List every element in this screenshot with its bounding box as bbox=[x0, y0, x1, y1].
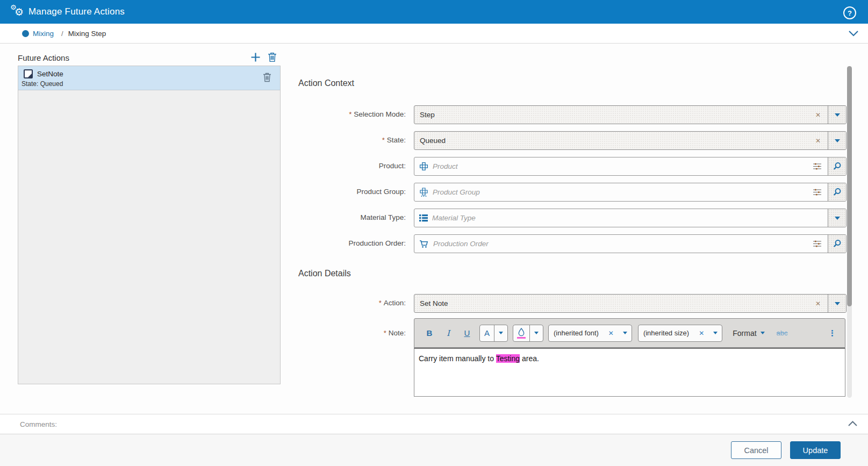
breadcrumb-current: Mixing Step bbox=[68, 30, 106, 38]
font-size-dropdown[interactable] bbox=[709, 325, 722, 341]
note-row: *Note: B I U A (inherited font) ✕ (inher… bbox=[298, 318, 845, 397]
selection-mode-value: Step bbox=[414, 111, 808, 119]
clear-icon[interactable]: ✕ bbox=[694, 325, 709, 341]
delete-actions-icon[interactable] bbox=[268, 52, 277, 62]
product-row: Product: Product bbox=[298, 157, 845, 175]
action-label: *Action: bbox=[298, 294, 406, 312]
bold-button[interactable]: B bbox=[423, 328, 436, 338]
label-text: Material Type: bbox=[360, 213, 406, 221]
highlight-color-swatch bbox=[517, 337, 526, 339]
material-type-dropdown-button[interactable] bbox=[828, 209, 846, 227]
italic-button[interactable]: I bbox=[442, 328, 455, 338]
list-item-name: SetNote bbox=[37, 70, 63, 78]
label-text: Production Order: bbox=[348, 239, 406, 247]
strikethrough-button[interactable]: abc bbox=[777, 329, 788, 337]
footer: Cancel Update bbox=[0, 434, 868, 466]
production-order-cart-icon bbox=[419, 240, 429, 248]
delete-item-icon[interactable] bbox=[263, 73, 271, 82]
clear-icon[interactable]: ✕ bbox=[808, 137, 828, 145]
production-order-row: Production Order: Production Order bbox=[298, 234, 845, 252]
product-group-label: Product Group: bbox=[298, 183, 406, 200]
label-text: Product: bbox=[379, 162, 406, 170]
material-type-field[interactable]: Material Type bbox=[414, 209, 847, 227]
font-color-glyph: A bbox=[484, 328, 490, 338]
caret-down-icon bbox=[835, 217, 840, 220]
clear-icon[interactable]: ✕ bbox=[604, 325, 619, 341]
context-dot-icon bbox=[22, 30, 29, 37]
highlight-color-group bbox=[513, 325, 543, 342]
breadcrumb-context[interactable]: Mixing bbox=[33, 30, 54, 38]
caret-down-icon bbox=[835, 113, 840, 117]
highlight-color-dropdown[interactable] bbox=[529, 325, 543, 341]
font-size-value: (inherited size) bbox=[639, 325, 694, 341]
state-row: *State: Queued ✕ bbox=[298, 131, 845, 149]
more-options-icon[interactable]: ⋮ bbox=[828, 328, 836, 338]
app-header: ⚙⚙ Manage Future Actions bbox=[0, 0, 868, 24]
future-actions-list: SetNote State: Queued bbox=[18, 66, 281, 384]
clear-icon[interactable]: ✕ bbox=[808, 300, 828, 307]
production-order-search-button[interactable] bbox=[828, 235, 846, 253]
font-color-dropdown[interactable] bbox=[494, 325, 507, 341]
help-icon[interactable]: ? bbox=[843, 6, 856, 19]
font-color-group: A bbox=[479, 325, 508, 342]
selection-mode-dropdown-button[interactable] bbox=[828, 106, 846, 124]
comments-bar[interactable]: Comments: bbox=[0, 414, 868, 434]
filter-sliders-icon[interactable] bbox=[807, 188, 828, 196]
label-text: Note: bbox=[389, 329, 406, 337]
material-type-icon bbox=[419, 214, 428, 222]
state-dropdown-button[interactable] bbox=[828, 132, 846, 149]
font-name-combo[interactable]: (inherited font) ✕ bbox=[548, 325, 632, 342]
action-row: *Action: Set Note ✕ bbox=[298, 294, 845, 312]
search-icon bbox=[833, 239, 842, 248]
selection-mode-label: *Selection Mode: bbox=[298, 105, 406, 123]
action-value: Set Note bbox=[414, 299, 808, 307]
action-context-heading: Action Context bbox=[298, 78, 354, 88]
caret-down-icon bbox=[713, 332, 718, 334]
filter-sliders-icon[interactable] bbox=[807, 240, 828, 248]
label-text: Product Group: bbox=[356, 188, 406, 196]
cancel-button[interactable]: Cancel bbox=[731, 441, 781, 459]
product-group-search-button[interactable] bbox=[828, 183, 846, 201]
state-label: *State: bbox=[298, 131, 406, 149]
caret-down-icon bbox=[835, 302, 840, 305]
selection-mode-field[interactable]: Step ✕ bbox=[414, 105, 847, 124]
add-action-icon[interactable] bbox=[250, 52, 261, 62]
format-caret-icon[interactable] bbox=[761, 332, 765, 334]
richtext-toolbar: B I U A (inherited font) ✕ (inherited si… bbox=[414, 318, 845, 348]
note-action-icon bbox=[24, 69, 33, 78]
font-color-button[interactable]: A bbox=[480, 325, 494, 341]
product-group-row: Product Group: Product Group bbox=[298, 183, 845, 200]
update-button[interactable]: Update bbox=[790, 441, 841, 459]
note-editor-content[interactable]: Carry item manually to Testing area. bbox=[414, 348, 845, 397]
font-size-combo[interactable]: (inherited size) ✕ bbox=[638, 325, 722, 342]
required-marker: * bbox=[382, 136, 385, 144]
production-order-field[interactable]: Production Order bbox=[414, 234, 847, 253]
required-marker: * bbox=[349, 110, 351, 118]
highlight-color-button[interactable] bbox=[513, 325, 529, 341]
breadcrumb: Mixing / Mixing Step bbox=[0, 24, 868, 44]
product-group-field[interactable]: Product Group bbox=[414, 183, 847, 202]
state-field[interactable]: Queued ✕ bbox=[414, 131, 847, 150]
clear-icon[interactable]: ✕ bbox=[808, 111, 828, 119]
action-dropdown-button[interactable] bbox=[828, 295, 846, 312]
product-field[interactable]: Product bbox=[414, 157, 847, 176]
comments-collapse-icon[interactable] bbox=[848, 421, 857, 426]
required-marker: * bbox=[379, 299, 382, 307]
list-item[interactable]: SetNote State: Queued bbox=[18, 66, 280, 90]
font-name-dropdown[interactable] bbox=[619, 325, 632, 341]
format-button[interactable]: Format bbox=[733, 329, 756, 338]
scrollbar-thumb[interactable] bbox=[847, 66, 852, 306]
state-value: Queued bbox=[414, 137, 808, 145]
note-text-after: area. bbox=[520, 354, 539, 363]
product-icon bbox=[419, 162, 428, 171]
filter-sliders-icon[interactable] bbox=[807, 162, 828, 170]
list-item-state: State: Queued bbox=[21, 80, 63, 88]
caret-down-icon bbox=[835, 139, 840, 142]
production-order-label: Production Order: bbox=[298, 234, 406, 252]
help-glyph: ? bbox=[848, 9, 852, 17]
product-search-button[interactable] bbox=[828, 157, 846, 175]
product-group-icon bbox=[419, 188, 428, 197]
action-field[interactable]: Set Note ✕ bbox=[414, 294, 847, 313]
underline-button[interactable]: U bbox=[461, 328, 474, 338]
breadcrumb-collapse-icon[interactable] bbox=[849, 31, 858, 37]
